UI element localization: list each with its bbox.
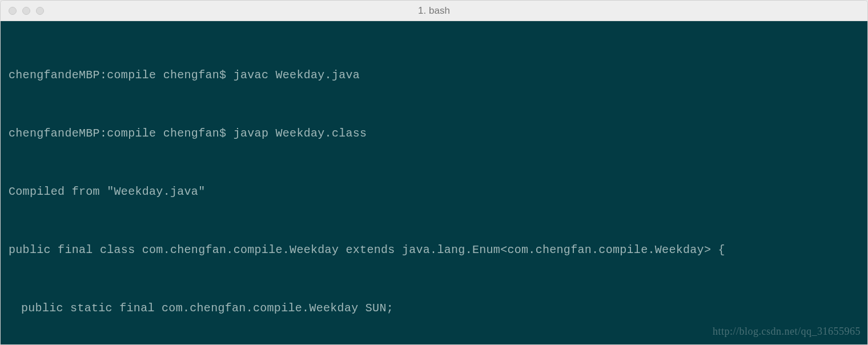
output-line: Compiled from "Weekday.java" [9,182,859,202]
watermark-text: http://blog.csdn.net/qq_31655965 [713,322,861,341]
maximize-icon[interactable] [36,7,44,15]
prompt: chengfandeMBP:compile chengfan$ [9,69,234,82]
terminal-line: chengfandeMBP:compile chengfan$ javap We… [9,124,859,143]
prompt: chengfandeMBP:compile chengfan$ [9,127,234,140]
output-line: public final class com.chengfan.compile.… [9,240,859,260]
close-icon[interactable] [9,7,17,15]
terminal-line: chengfandeMBP:compile chengfan$ javac We… [9,66,859,85]
window-controls [9,7,44,15]
terminal-area[interactable]: chengfandeMBP:compile chengfan$ javac We… [1,21,867,344]
command-text: javac Weekday.java [234,69,360,82]
minimize-icon[interactable] [22,7,30,15]
command-text: javap Weekday.class [234,127,367,140]
window-title: 1. bash [1,5,867,17]
titlebar[interactable]: 1. bash [1,1,867,21]
output-line: public static final com.chengfan.compile… [9,299,859,318]
terminal-window: 1. bash chengfandeMBP:compile chengfan$ … [0,0,868,345]
